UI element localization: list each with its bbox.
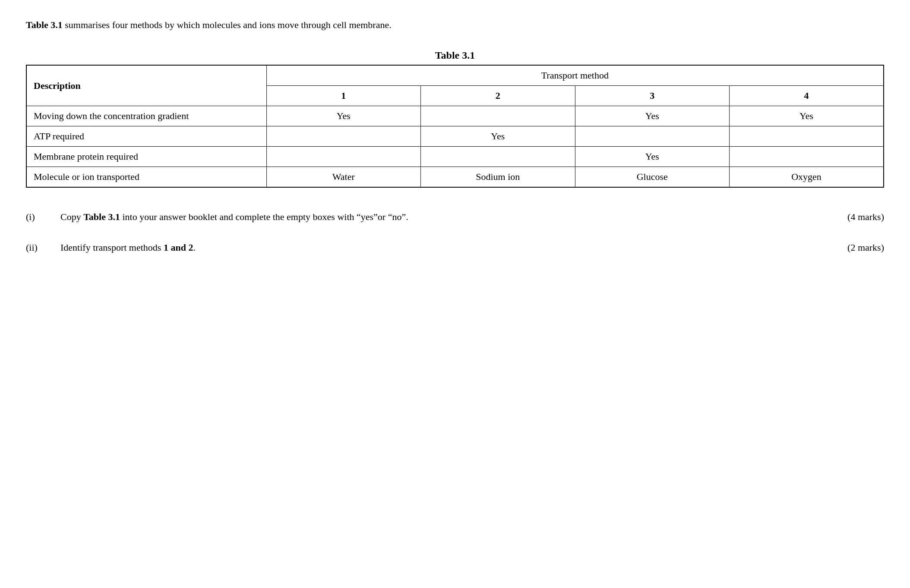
table-row: ATP required Yes	[26, 126, 884, 147]
question-ii-label: (ii)	[26, 240, 60, 255]
row2-col1	[266, 126, 420, 147]
row3-col3: Yes	[575, 147, 729, 167]
row2-col2: Yes	[421, 126, 575, 147]
row4-col1: Water	[266, 167, 420, 188]
col-num-4: 4	[729, 86, 884, 106]
questions-section: (i) Copy Table 3.1 into your answer book…	[26, 209, 884, 255]
question-i-text-post: into your answer booklet and complete th…	[120, 211, 408, 222]
table-row: Membrane protein required Yes	[26, 147, 884, 167]
row3-col1	[266, 147, 420, 167]
row2-description: ATP required	[26, 126, 266, 147]
question-ii-text-bold: 1 and 2	[164, 242, 193, 253]
question-i-label: (i)	[26, 209, 60, 224]
question-i-body: Copy Table 3.1 into your answer booklet …	[60, 209, 824, 224]
intro-text-ions: ions	[259, 19, 275, 30]
row1-col4: Yes	[729, 106, 884, 126]
row2-col4	[729, 126, 884, 147]
col-description-header: Description	[26, 65, 266, 106]
col-num-1: 1	[266, 86, 420, 106]
question-ii-text-pre: Identify transport methods	[60, 242, 164, 253]
row4-col4: Oxygen	[729, 167, 884, 188]
intro-text-and: and	[243, 19, 257, 30]
table-row: Moving down the concentration gradient Y…	[26, 106, 884, 126]
table-ref-intro: Table 3.1	[26, 19, 63, 30]
question-ii-body: Identify transport methods 1 and 2.	[60, 240, 824, 255]
question-ii-text-post: .	[193, 242, 196, 253]
row3-col2	[421, 147, 575, 167]
table-title: Table 3.1	[26, 50, 884, 61]
question-ii: (ii) Identify transport methods 1 and 2.…	[26, 240, 884, 255]
intro-text-molecules: molecules	[200, 19, 243, 30]
intro-text-part2: summarises	[63, 19, 112, 30]
transport-table: Description Transport method 1 2 3 4 Mov…	[26, 65, 884, 188]
intro-text-end: move through cell membrane.	[275, 19, 391, 30]
col-num-2: 2	[421, 86, 575, 106]
row2-col3	[575, 126, 729, 147]
row1-col2	[421, 106, 575, 126]
row3-description: Membrane protein required	[26, 147, 266, 167]
row4-col2: Sodium ion	[421, 167, 575, 188]
row4-col3: Glucose	[575, 167, 729, 188]
row1-description: Moving down the concentration gradient	[26, 106, 266, 126]
row1-col1: Yes	[266, 106, 420, 126]
col-num-3: 3	[575, 86, 729, 106]
question-ii-marks: (2 marks)	[824, 240, 884, 255]
question-i-text-pre: Copy	[60, 211, 83, 222]
question-i: (i) Copy Table 3.1 into your answer book…	[26, 209, 884, 224]
table-row: Molecule or ion transported Water Sodium…	[26, 167, 884, 188]
row4-description: Molecule or ion transported	[26, 167, 266, 188]
question-i-marks: (4 marks)	[824, 209, 884, 224]
intro-text-methods: methods by	[128, 19, 177, 30]
question-i-text-bold: Table 3.1	[83, 211, 120, 222]
row1-col3: Yes	[575, 106, 729, 126]
intro-paragraph: Table 3.1 summarises four methods by whi…	[26, 17, 884, 32]
intro-text-which: which	[177, 19, 200, 30]
intro-text-four: four	[112, 19, 128, 30]
row3-col4	[729, 147, 884, 167]
table-section: Table 3.1 Description Transport method 1…	[26, 50, 884, 188]
col-transport-header: Transport method	[266, 65, 884, 86]
